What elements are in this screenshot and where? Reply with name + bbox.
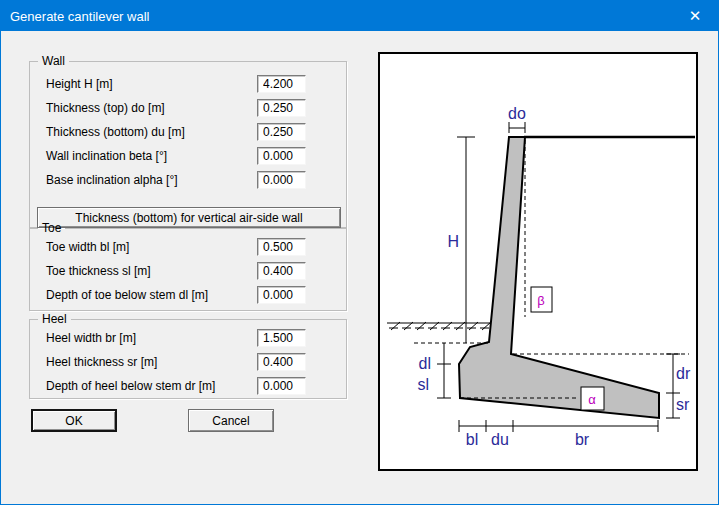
h-label: H: [447, 233, 459, 250]
dialog-generate-cantilever-wall: Generate cantilever wall ✕ Wall Height H…: [0, 0, 719, 505]
dr-label: dr: [676, 365, 691, 382]
do-label: do: [508, 105, 526, 122]
bl-label: bl: [466, 431, 478, 448]
dl-label: dl: [419, 355, 431, 372]
du-label: du: [491, 431, 509, 448]
cantilever-wall-diagram: H do dl sl dr sr bl: [1, 1, 719, 505]
br-label: br: [575, 431, 590, 448]
sr-label: sr: [676, 396, 690, 413]
sl-label: sl: [417, 376, 429, 393]
alpha-label: α: [588, 392, 596, 407]
beta-label: β: [537, 293, 544, 308]
